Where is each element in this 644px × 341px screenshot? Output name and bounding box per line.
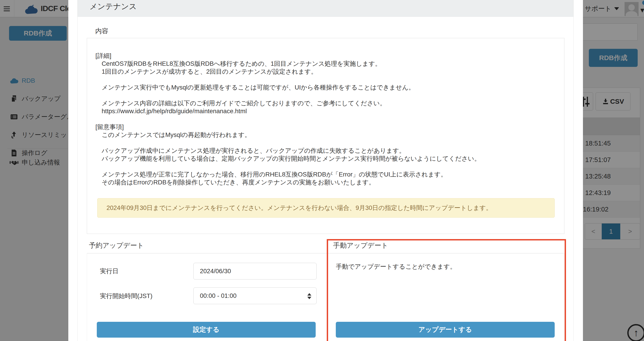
scroll-to-top-button[interactable]: ↑ bbox=[627, 324, 644, 341]
content-section-label: 内容 bbox=[95, 27, 108, 36]
execution-date-input[interactable] bbox=[193, 263, 316, 280]
modal-title: メンテナンス bbox=[90, 1, 137, 12]
manual-update-button[interactable]: アップデートする bbox=[336, 322, 555, 338]
set-schedule-button[interactable]: 設定する bbox=[97, 322, 316, 338]
deadline-warning-banner: 2024年09月30日までにメンテナンスを行ってください。メンテナンスを行わない… bbox=[97, 198, 555, 218]
arrow-up-icon: ↑ bbox=[634, 328, 638, 338]
manual-update-heading: 手動アップデート bbox=[333, 241, 388, 250]
start-time-value: 00:00 - 01:00 bbox=[200, 292, 236, 300]
maintenance-detail-text: [詳細] CentOS7版RDBをRHEL8互換OS版RDBへ移行するための、1… bbox=[87, 38, 564, 186]
maintenance-content-box: [詳細] CentOS7版RDBをRHEL8互換OS版RDBへ移行するための、1… bbox=[87, 38, 564, 234]
start-time-select[interactable]: 00:00 - 01:00 bbox=[193, 288, 316, 304]
modal-header: メンテナンス bbox=[78, 0, 574, 17]
select-arrows-icon bbox=[307, 288, 311, 304]
execution-date-label: 実行日 bbox=[100, 267, 119, 275]
scheduled-update-heading: 予約アップデート bbox=[89, 241, 144, 250]
manual-update-description: 手動でアップデートすることができます。 bbox=[336, 263, 456, 271]
maintenance-modal: メンテナンス 内容 [詳細] CentOS7版RDBをRHEL8互換OS版RDB… bbox=[77, 0, 574, 341]
start-time-label: 実行開始時間(JST) bbox=[100, 292, 152, 300]
modal-container: メンテナンス 内容 [詳細] CentOS7版RDBをRHEL8互換OS版RDB… bbox=[68, 0, 583, 341]
